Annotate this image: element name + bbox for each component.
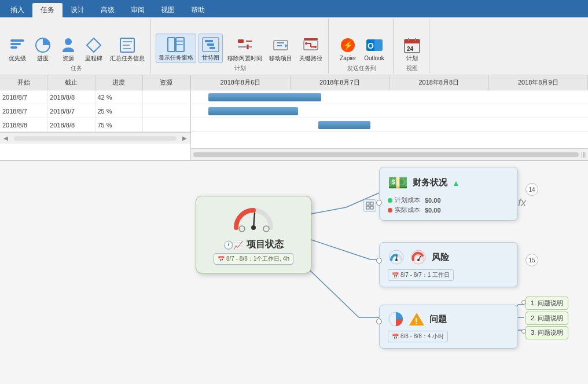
tab-review[interactable]: 审阅	[123, 3, 153, 17]
btn-move-project-label: 移动项目	[269, 55, 292, 62]
btn-show-task-pane[interactable]: 显示任务窗格	[156, 34, 196, 63]
central-title: 项目状态	[247, 239, 284, 251]
remove-idle-icon	[236, 36, 254, 54]
calendar-issue-icon: 📅	[392, 334, 399, 340]
svg-rect-61	[366, 202, 369, 205]
btn-remove-idle[interactable]: 移除闲置时间	[225, 35, 264, 63]
gantt-table: 开始 截止 进度 资源 2018/8/7 2018/8/8 42 % 2018/…	[0, 75, 191, 160]
btn-milestone[interactable]: 里程碑	[82, 35, 105, 63]
ribbon-group-task: 优先级 进度 资源 里	[2, 19, 151, 74]
risk-badge: 15	[525, 254, 538, 266]
fx-label: fx	[518, 197, 526, 209]
issue-item-2: 2. 问题说明	[525, 312, 568, 325]
svg-rect-63	[366, 206, 369, 209]
tab-task[interactable]: 任务	[32, 3, 63, 17]
btn-resource[interactable]: 资源	[57, 35, 80, 63]
btn-summary[interactable]: 汇总任务信息	[108, 35, 147, 63]
svg-point-4	[65, 38, 72, 45]
gantt-scroll-bar[interactable]	[193, 152, 579, 157]
tab-insert[interactable]: 插入	[2, 3, 32, 17]
gantt-cell-resource	[143, 118, 190, 131]
btn-move-project[interactable]: 移动项目	[267, 35, 295, 63]
btn-critical-path[interactable]: 关键路径	[297, 35, 325, 63]
dot-issue-1	[521, 300, 526, 305]
scroll-left[interactable]: ◀	[0, 135, 12, 141]
ribbon-group-task-label: 任务	[71, 64, 82, 72]
svg-marker-5	[87, 38, 101, 52]
zapier-icon: ⚡	[339, 36, 357, 54]
scroll-right[interactable]: ▶	[179, 135, 190, 141]
gantt-bar-0[interactable]	[208, 93, 321, 101]
ribbon: 优先级 进度 资源 里	[0, 17, 588, 75]
btn-progress[interactable]: 进度	[31, 35, 54, 63]
tab-bar: 插入 任务 设计 高级 审阅 视图 帮助	[0, 0, 588, 17]
show-task-pane-icon	[167, 35, 185, 54]
issue-title: 问题	[429, 314, 447, 325]
central-card[interactable]: 🕐📈 项目状态 📅 8/7 - 8/8：1个工作日, 4h	[196, 196, 311, 273]
tab-view[interactable]: 视图	[153, 3, 183, 17]
dot-issue-3	[521, 329, 526, 334]
svg-rect-15	[205, 40, 213, 42]
finance-title: 财务状况	[413, 177, 447, 188]
gantt-date-2: 2018年8月8日	[389, 75, 489, 90]
btn-outlook[interactable]: O Outlook	[362, 35, 386, 63]
svg-text:O: O	[368, 41, 374, 50]
tab-help[interactable]: 帮助	[183, 3, 213, 17]
svg-point-60	[263, 226, 269, 232]
gantt-chart-body	[191, 90, 588, 148]
table-row[interactable]: 2018/8/8 2018/8/8 75 %	[0, 118, 190, 132]
risk-card[interactable]: 风险 📅 8/7 - 8/7：1 工作日	[379, 242, 518, 287]
svg-rect-10	[168, 38, 175, 52]
gantt-cell-end: 2018/8/8	[47, 90, 95, 104]
svg-rect-34	[304, 38, 318, 40]
tab-design[interactable]: 设计	[63, 3, 93, 17]
calendar-small-icon: 📅	[218, 256, 225, 262]
issue-item-3: 3. 问题说明	[525, 326, 568, 339]
ribbon-group-view: 24 计划 视图	[395, 19, 429, 74]
gauge-icon	[205, 204, 302, 235]
btn-critical-path-label: 关键路径	[299, 55, 322, 62]
svg-rect-16	[207, 43, 214, 46]
gantt-cell-progress: 42 %	[95, 90, 143, 104]
finance-badge: 14	[525, 183, 538, 196]
gantt-cell-resource	[143, 104, 190, 118]
btn-milestone-label: 里程碑	[85, 55, 102, 62]
gantt-date-1: 2018年8月7日	[291, 75, 390, 90]
issue-date: 📅 8/8 - 8/8：4 小时	[388, 331, 448, 342]
gantt-icon	[201, 35, 220, 54]
outlook-icon: O	[365, 36, 384, 54]
gantt-date-3: 2018年8月9日	[489, 75, 589, 90]
calendar-risk-icon: 📅	[392, 272, 399, 279]
gantt-bar-1[interactable]	[208, 107, 298, 115]
ribbon-group-view-label: 视图	[406, 64, 418, 72]
finance-actual-label: 实际成本	[395, 206, 420, 214]
issue-card[interactable]: ! 问题 📅 8/8 - 8/8：4 小时	[379, 305, 518, 349]
dot-finance	[376, 200, 382, 206]
btn-gantt[interactable]: 甘特图	[199, 34, 223, 63]
gantt-cell-progress: 25 %	[95, 104, 143, 118]
svg-rect-1	[10, 43, 21, 45]
ribbon-group-send: ⚡ Zapier O Outlook 发送任务到	[330, 19, 394, 74]
svg-rect-41	[405, 39, 420, 43]
btn-zapier-label: Zapier	[340, 55, 356, 62]
btn-priority[interactable]: 优先级	[6, 35, 29, 63]
summary-icon	[118, 36, 137, 54]
finance-card[interactable]: 💵 财务状况 ▲ 计划成本 $0.00 实际成本 $0.00	[379, 167, 518, 221]
connector-grid-icon	[363, 199, 376, 212]
finance-planned-dot	[388, 198, 392, 203]
priority-icon	[8, 36, 27, 54]
btn-zapier[interactable]: ⚡ Zapier	[336, 35, 359, 63]
tab-advanced[interactable]: 高级	[93, 3, 123, 17]
table-row[interactable]: 2018/8/7 2018/8/8 42 %	[0, 90, 190, 104]
gantt-bar-2[interactable]	[318, 121, 370, 129]
finance-icon: 💵	[388, 173, 408, 192]
issue-warning-icon: !	[409, 311, 425, 327]
btn-calendar[interactable]: 24 计划	[400, 35, 424, 63]
scroll-track-h[interactable]	[14, 136, 177, 141]
btn-resource-label: 资源	[63, 55, 74, 62]
issue-item-1: 1. 问题说明	[525, 297, 568, 310]
table-row[interactable]: 2018/8/7 2018/8/7 25 %	[0, 104, 190, 118]
ribbon-group-plan: 显示任务窗格 甘特图	[152, 19, 329, 74]
milestone-icon	[84, 36, 103, 54]
svg-point-33	[314, 46, 317, 48]
